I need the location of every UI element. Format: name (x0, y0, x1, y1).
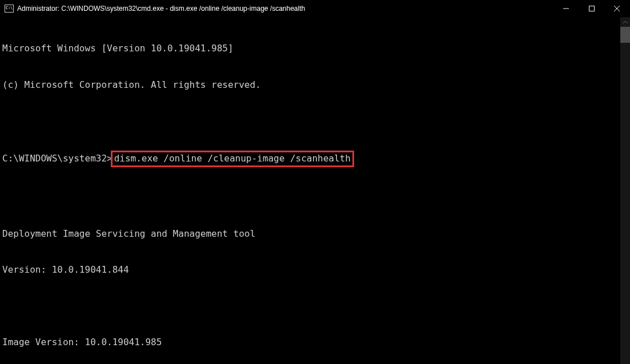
prompt-prefix: C:\WINDOWS\system32> (2, 153, 113, 164)
close-button[interactable] (604, 0, 630, 17)
scrollbar[interactable] (620, 17, 630, 364)
blank-line (2, 300, 628, 312)
command-text: dism.exe /online /cleanup-image /scanhea… (114, 153, 351, 164)
minimize-icon (563, 6, 569, 11)
minimize-button[interactable] (553, 0, 579, 17)
maximize-icon (589, 6, 595, 11)
maximize-button[interactable] (579, 0, 604, 17)
copyright-line: (c) Microsoft Corporation. All rights re… (2, 79, 628, 91)
svg-rect-1 (589, 6, 594, 11)
blank-line (2, 192, 628, 204)
scrollbar-thumb[interactable] (620, 27, 630, 43)
window-title: Administrator: C:\WINDOWS\system32\cmd.e… (17, 5, 553, 13)
command-highlight: dism.exe /online /cleanup-image /scanhea… (111, 151, 354, 167)
window-controls (553, 0, 630, 17)
tool-version-line: Version: 10.0.19041.844 (2, 264, 628, 276)
tool-name-line: Deployment Image Servicing and Managemen… (2, 228, 628, 240)
image-version-line: Image Version: 10.0.19041.985 (2, 336, 628, 348)
window-titlebar[interactable]: C:\ Administrator: C:\WINDOWS\system32\c… (0, 0, 630, 17)
scroll-up-button[interactable] (620, 17, 630, 27)
blank-line (2, 115, 628, 127)
chevron-up-icon (623, 21, 628, 24)
prompt-line: C:\WINDOWS\system32>dism.exe /online /cl… (2, 151, 628, 167)
cmd-icon: C:\ (5, 5, 14, 13)
terminal-output[interactable]: Microsoft Windows [Version 10.0.19041.98… (0, 17, 630, 364)
close-icon (614, 6, 620, 12)
version-line: Microsoft Windows [Version 10.0.19041.98… (2, 42, 628, 54)
